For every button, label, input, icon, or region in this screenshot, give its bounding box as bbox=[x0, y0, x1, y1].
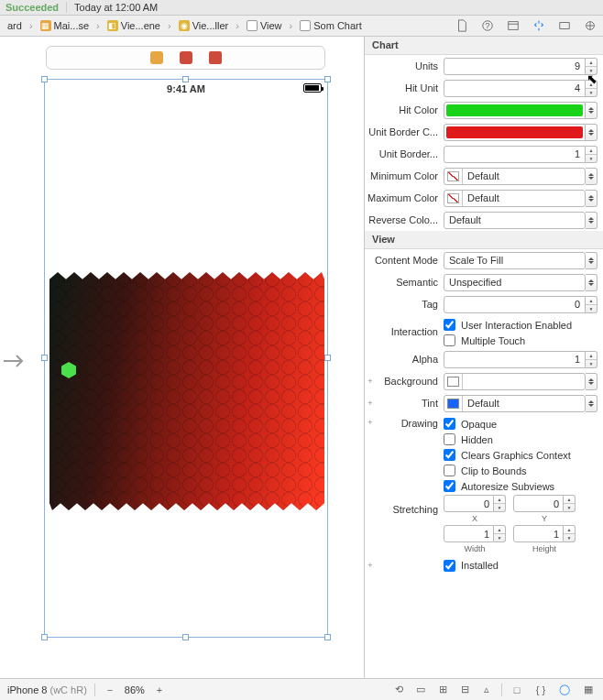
section-header-chart: Chart bbox=[365, 37, 603, 55]
alpha-stepper[interactable]: ▲▼ bbox=[586, 351, 598, 368]
disclosure-plus-icon[interactable]: + bbox=[365, 399, 376, 408]
hit-unit-field[interactable] bbox=[444, 80, 586, 97]
file-template-icon[interactable]: □ bbox=[510, 683, 524, 697]
build-status: Succeeded bbox=[5, 2, 59, 13]
unit-border-color-well[interactable] bbox=[444, 124, 586, 141]
hit-unit-label: Hit Unit bbox=[365, 82, 444, 93]
reverse-colors-popup[interactable] bbox=[586, 212, 598, 229]
maximum-color-popup[interactable] bbox=[586, 190, 598, 207]
crumb-view[interactable]: View bbox=[243, 17, 286, 34]
zoom-out-icon[interactable]: − bbox=[103, 683, 117, 697]
interface-builder-canvas[interactable]: 9:41 AM bbox=[0, 37, 365, 678]
stretch-w-stepper[interactable]: ▲▼ bbox=[494, 525, 506, 542]
identity-inspector-icon[interactable] bbox=[506, 18, 521, 33]
selected-view-frame[interactable]: 9:41 AM bbox=[44, 79, 328, 638]
sub-h-label: Height bbox=[532, 544, 556, 553]
minimum-color-combo[interactable]: Default bbox=[444, 168, 586, 185]
crumb-back[interactable]: ard bbox=[4, 17, 26, 34]
stretch-h-stepper[interactable]: ▲▼ bbox=[564, 525, 576, 542]
crumb-controller[interactable]: ◉Vie...ller bbox=[175, 17, 233, 34]
alpha-field[interactable] bbox=[444, 351, 586, 368]
align-icon[interactable]: ⊞ bbox=[435, 683, 450, 697]
object-library-icon[interactable]: ◯ bbox=[557, 683, 572, 697]
library-tabs: □ { } ◯ ▦ bbox=[510, 683, 596, 697]
device-selector[interactable]: iPhone 8 (wC hR) bbox=[7, 684, 87, 695]
units-field[interactable] bbox=[444, 58, 586, 75]
content-mode-popup[interactable] bbox=[586, 252, 598, 269]
hit-unit-stepper[interactable]: ▲▼ bbox=[586, 80, 598, 97]
reverse-colors-combo[interactable]: Default bbox=[444, 212, 586, 229]
size-inspector-icon[interactable] bbox=[557, 18, 572, 33]
build-time: Today at 12:00 AM bbox=[74, 2, 158, 13]
hit-color-popup[interactable] bbox=[586, 102, 598, 119]
help-inspector-icon[interactable]: ? bbox=[480, 18, 495, 33]
file-inspector-icon[interactable] bbox=[455, 18, 469, 33]
disclosure-plus-icon[interactable]: + bbox=[365, 415, 376, 427]
maximum-color-combo[interactable]: Default bbox=[444, 190, 586, 207]
first-responder-icon[interactable] bbox=[150, 51, 163, 64]
stretch-h-field[interactable] bbox=[513, 525, 564, 542]
units-stepper[interactable]: ▲▼ bbox=[586, 58, 598, 75]
separator bbox=[501, 684, 502, 696]
resolve-icon[interactable]: ▵ bbox=[479, 683, 494, 697]
stretch-w-field[interactable] bbox=[444, 525, 494, 542]
zoom-in-icon[interactable]: + bbox=[152, 683, 167, 697]
storyboard-reference-icon[interactable] bbox=[209, 51, 222, 64]
content-mode-combo[interactable]: Scale To Fill bbox=[444, 252, 586, 269]
user-interaction-checkbox[interactable]: User Interaction Enabled bbox=[444, 318, 572, 332]
background-popup[interactable] bbox=[586, 373, 598, 390]
code-snippet-icon[interactable]: { } bbox=[533, 683, 548, 697]
update-frames-icon[interactable]: ⟲ bbox=[391, 683, 406, 697]
stretch-y-stepper[interactable]: ▲▼ bbox=[564, 495, 576, 512]
semantic-popup[interactable] bbox=[586, 274, 598, 291]
stretch-x-stepper[interactable]: ▲▼ bbox=[494, 495, 506, 512]
crumb-somchart[interactable]: Som Chart bbox=[296, 17, 366, 34]
disclosure-plus-icon[interactable]: + bbox=[365, 377, 376, 386]
resize-handle-w[interactable] bbox=[41, 355, 48, 361]
tint-combo[interactable]: Default bbox=[444, 395, 586, 412]
stretch-x-field[interactable] bbox=[444, 495, 494, 512]
tag-label: Tag bbox=[365, 299, 444, 310]
installed-checkbox[interactable]: Installed bbox=[444, 559, 499, 573]
zoom-level[interactable]: 86% bbox=[125, 684, 145, 695]
clip-to-bounds-checkbox[interactable]: Clip to Bounds bbox=[444, 464, 527, 477]
multiple-touch-checkbox[interactable]: Multiple Touch bbox=[444, 334, 525, 347]
media-library-icon[interactable]: ▦ bbox=[581, 683, 596, 697]
crumb-storyboard[interactable]: ▦Mai...se bbox=[37, 17, 93, 34]
embed-in-icon[interactable]: ▭ bbox=[413, 683, 428, 697]
blue-color-icon bbox=[444, 396, 463, 411]
exit-icon[interactable] bbox=[180, 51, 192, 64]
maximum-color-label: Maximum Color bbox=[365, 192, 444, 203]
hidden-checkbox[interactable]: Hidden bbox=[444, 432, 493, 446]
storyboard-icon: ▦ bbox=[40, 20, 51, 31]
unit-border-color-popup[interactable] bbox=[586, 124, 598, 141]
scene-toolbar[interactable] bbox=[46, 46, 325, 70]
autoresize-subviews-checkbox[interactable]: Autoresize Subviews bbox=[444, 479, 554, 493]
canvas-bottom-bar: iPhone 8 (wC hR) − 86% + ⟲ ▭ ⊞ ⊟ ▵ □ { }… bbox=[0, 678, 603, 700]
som-chart-hexgrid bbox=[49, 272, 324, 510]
tag-field[interactable] bbox=[444, 296, 586, 313]
semantic-combo[interactable]: Unspecified bbox=[444, 274, 586, 291]
stretch-y-field[interactable] bbox=[513, 495, 564, 512]
unit-border-width-stepper[interactable]: ▲▼ bbox=[586, 146, 598, 163]
attributes-inspector-icon[interactable] bbox=[532, 18, 546, 33]
tint-popup[interactable] bbox=[586, 395, 598, 412]
resize-handle-sw[interactable] bbox=[41, 634, 48, 640]
resize-handle-e[interactable] bbox=[324, 355, 331, 361]
semantic-label: Semantic bbox=[365, 277, 444, 288]
hit-color-well[interactable] bbox=[444, 102, 586, 119]
unit-border-width-field[interactable] bbox=[444, 146, 586, 163]
clears-graphics-checkbox[interactable]: Clears Graphics Context bbox=[444, 448, 571, 462]
disclosure-plus-icon[interactable]: + bbox=[365, 561, 376, 570]
resize-handle-se[interactable] bbox=[324, 634, 331, 640]
connections-inspector-icon[interactable] bbox=[583, 18, 598, 33]
opaque-checkbox[interactable]: Opaque bbox=[444, 417, 497, 431]
svg-rect-2 bbox=[509, 22, 519, 30]
minimum-color-popup[interactable] bbox=[586, 168, 598, 185]
sub-y-label: Y bbox=[542, 514, 547, 523]
resize-handle-s[interactable] bbox=[182, 634, 189, 640]
background-combo[interactable] bbox=[444, 373, 586, 390]
pin-icon[interactable]: ⊟ bbox=[457, 683, 472, 697]
tag-stepper[interactable]: ▲▼ bbox=[586, 296, 598, 313]
crumb-scene[interactable]: ◧Vie...ene bbox=[104, 17, 164, 34]
